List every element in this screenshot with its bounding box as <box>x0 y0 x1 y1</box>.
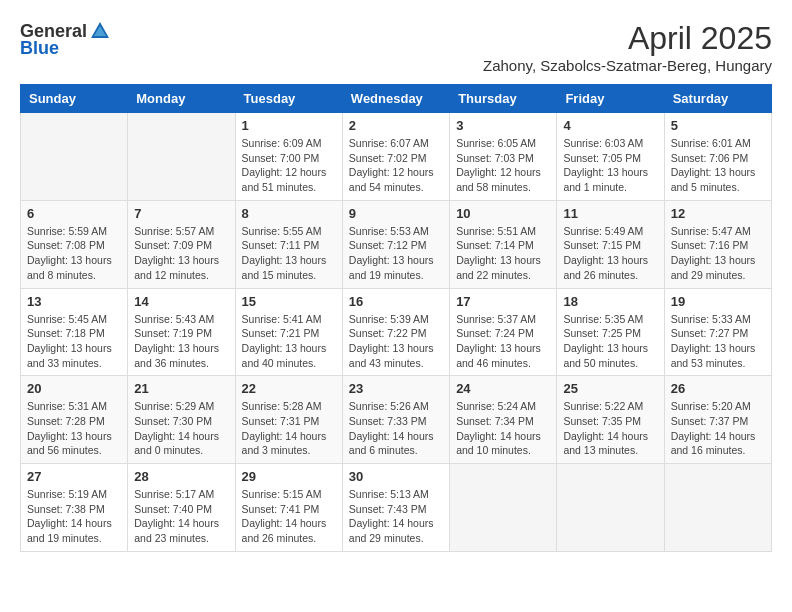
day-info: Sunrise: 6:09 AM Sunset: 7:00 PM Dayligh… <box>242 136 336 195</box>
day-number: 10 <box>456 206 550 221</box>
calendar-day-cell: 8Sunrise: 5:55 AM Sunset: 7:11 PM Daylig… <box>235 200 342 288</box>
day-info: Sunrise: 5:59 AM Sunset: 7:08 PM Dayligh… <box>27 224 121 283</box>
day-info: Sunrise: 5:51 AM Sunset: 7:14 PM Dayligh… <box>456 224 550 283</box>
calendar-day-cell: 27Sunrise: 5:19 AM Sunset: 7:38 PM Dayli… <box>21 464 128 552</box>
calendar-day-cell: 18Sunrise: 5:35 AM Sunset: 7:25 PM Dayli… <box>557 288 664 376</box>
calendar-day-cell: 4Sunrise: 6:03 AM Sunset: 7:05 PM Daylig… <box>557 113 664 201</box>
calendar-day-cell: 24Sunrise: 5:24 AM Sunset: 7:34 PM Dayli… <box>450 376 557 464</box>
day-info: Sunrise: 5:49 AM Sunset: 7:15 PM Dayligh… <box>563 224 657 283</box>
day-number: 4 <box>563 118 657 133</box>
page-subtitle: Zahony, Szabolcs-Szatmar-Bereg, Hungary <box>483 57 772 74</box>
day-number: 29 <box>242 469 336 484</box>
calendar-day-cell: 16Sunrise: 5:39 AM Sunset: 7:22 PM Dayli… <box>342 288 449 376</box>
day-info: Sunrise: 5:53 AM Sunset: 7:12 PM Dayligh… <box>349 224 443 283</box>
day-number: 21 <box>134 381 228 396</box>
calendar-day-cell: 23Sunrise: 5:26 AM Sunset: 7:33 PM Dayli… <box>342 376 449 464</box>
calendar-day-header: Tuesday <box>235 85 342 113</box>
calendar-day-cell: 29Sunrise: 5:15 AM Sunset: 7:41 PM Dayli… <box>235 464 342 552</box>
calendar-table: SundayMondayTuesdayWednesdayThursdayFrid… <box>20 84 772 552</box>
calendar-day-cell: 1Sunrise: 6:09 AM Sunset: 7:00 PM Daylig… <box>235 113 342 201</box>
day-info: Sunrise: 5:39 AM Sunset: 7:22 PM Dayligh… <box>349 312 443 371</box>
calendar-day-cell: 19Sunrise: 5:33 AM Sunset: 7:27 PM Dayli… <box>664 288 771 376</box>
day-number: 30 <box>349 469 443 484</box>
calendar-day-cell: 2Sunrise: 6:07 AM Sunset: 7:02 PM Daylig… <box>342 113 449 201</box>
calendar-day-cell <box>557 464 664 552</box>
calendar-day-cell: 15Sunrise: 5:41 AM Sunset: 7:21 PM Dayli… <box>235 288 342 376</box>
calendar-week-row: 1Sunrise: 6:09 AM Sunset: 7:00 PM Daylig… <box>21 113 772 201</box>
day-info: Sunrise: 5:15 AM Sunset: 7:41 PM Dayligh… <box>242 487 336 546</box>
calendar-day-header: Saturday <box>664 85 771 113</box>
calendar-day-cell: 5Sunrise: 6:01 AM Sunset: 7:06 PM Daylig… <box>664 113 771 201</box>
calendar-day-cell <box>128 113 235 201</box>
day-number: 5 <box>671 118 765 133</box>
day-info: Sunrise: 5:55 AM Sunset: 7:11 PM Dayligh… <box>242 224 336 283</box>
page-header: General Blue April 2025 Zahony, Szabolcs… <box>20 20 772 74</box>
calendar-week-row: 20Sunrise: 5:31 AM Sunset: 7:28 PM Dayli… <box>21 376 772 464</box>
day-number: 24 <box>456 381 550 396</box>
day-number: 11 <box>563 206 657 221</box>
calendar-day-header: Friday <box>557 85 664 113</box>
day-number: 19 <box>671 294 765 309</box>
day-info: Sunrise: 5:20 AM Sunset: 7:37 PM Dayligh… <box>671 399 765 458</box>
day-info: Sunrise: 5:41 AM Sunset: 7:21 PM Dayligh… <box>242 312 336 371</box>
calendar-week-row: 13Sunrise: 5:45 AM Sunset: 7:18 PM Dayli… <box>21 288 772 376</box>
day-info: Sunrise: 5:17 AM Sunset: 7:40 PM Dayligh… <box>134 487 228 546</box>
day-info: Sunrise: 5:47 AM Sunset: 7:16 PM Dayligh… <box>671 224 765 283</box>
page-title: April 2025 <box>483 20 772 57</box>
day-number: 3 <box>456 118 550 133</box>
day-number: 8 <box>242 206 336 221</box>
calendar-day-cell: 21Sunrise: 5:29 AM Sunset: 7:30 PM Dayli… <box>128 376 235 464</box>
day-number: 2 <box>349 118 443 133</box>
calendar-day-cell: 6Sunrise: 5:59 AM Sunset: 7:08 PM Daylig… <box>21 200 128 288</box>
day-number: 6 <box>27 206 121 221</box>
day-number: 9 <box>349 206 443 221</box>
calendar-day-cell: 13Sunrise: 5:45 AM Sunset: 7:18 PM Dayli… <box>21 288 128 376</box>
day-info: Sunrise: 5:31 AM Sunset: 7:28 PM Dayligh… <box>27 399 121 458</box>
calendar-day-header: Wednesday <box>342 85 449 113</box>
day-number: 26 <box>671 381 765 396</box>
day-number: 15 <box>242 294 336 309</box>
logo: General Blue <box>20 20 113 59</box>
day-info: Sunrise: 6:07 AM Sunset: 7:02 PM Dayligh… <box>349 136 443 195</box>
day-number: 18 <box>563 294 657 309</box>
calendar-day-cell: 22Sunrise: 5:28 AM Sunset: 7:31 PM Dayli… <box>235 376 342 464</box>
day-info: Sunrise: 5:35 AM Sunset: 7:25 PM Dayligh… <box>563 312 657 371</box>
day-info: Sunrise: 6:03 AM Sunset: 7:05 PM Dayligh… <box>563 136 657 195</box>
day-number: 17 <box>456 294 550 309</box>
day-info: Sunrise: 5:43 AM Sunset: 7:19 PM Dayligh… <box>134 312 228 371</box>
day-number: 13 <box>27 294 121 309</box>
calendar-day-cell: 17Sunrise: 5:37 AM Sunset: 7:24 PM Dayli… <box>450 288 557 376</box>
calendar-day-cell: 30Sunrise: 5:13 AM Sunset: 7:43 PM Dayli… <box>342 464 449 552</box>
day-number: 27 <box>27 469 121 484</box>
day-number: 22 <box>242 381 336 396</box>
day-info: Sunrise: 5:45 AM Sunset: 7:18 PM Dayligh… <box>27 312 121 371</box>
day-info: Sunrise: 5:26 AM Sunset: 7:33 PM Dayligh… <box>349 399 443 458</box>
calendar-header-row: SundayMondayTuesdayWednesdayThursdayFrid… <box>21 85 772 113</box>
calendar-day-header: Thursday <box>450 85 557 113</box>
calendar-day-cell: 11Sunrise: 5:49 AM Sunset: 7:15 PM Dayli… <box>557 200 664 288</box>
calendar-day-cell: 12Sunrise: 5:47 AM Sunset: 7:16 PM Dayli… <box>664 200 771 288</box>
day-info: Sunrise: 6:05 AM Sunset: 7:03 PM Dayligh… <box>456 136 550 195</box>
calendar-day-cell <box>21 113 128 201</box>
day-info: Sunrise: 5:19 AM Sunset: 7:38 PM Dayligh… <box>27 487 121 546</box>
day-number: 12 <box>671 206 765 221</box>
calendar-day-cell: 3Sunrise: 6:05 AM Sunset: 7:03 PM Daylig… <box>450 113 557 201</box>
day-info: Sunrise: 5:29 AM Sunset: 7:30 PM Dayligh… <box>134 399 228 458</box>
day-info: Sunrise: 6:01 AM Sunset: 7:06 PM Dayligh… <box>671 136 765 195</box>
calendar-week-row: 6Sunrise: 5:59 AM Sunset: 7:08 PM Daylig… <box>21 200 772 288</box>
day-info: Sunrise: 5:57 AM Sunset: 7:09 PM Dayligh… <box>134 224 228 283</box>
day-number: 28 <box>134 469 228 484</box>
calendar-day-cell <box>664 464 771 552</box>
day-info: Sunrise: 5:33 AM Sunset: 7:27 PM Dayligh… <box>671 312 765 371</box>
calendar-day-header: Monday <box>128 85 235 113</box>
day-number: 16 <box>349 294 443 309</box>
calendar-day-cell: 26Sunrise: 5:20 AM Sunset: 7:37 PM Dayli… <box>664 376 771 464</box>
day-info: Sunrise: 5:37 AM Sunset: 7:24 PM Dayligh… <box>456 312 550 371</box>
day-number: 23 <box>349 381 443 396</box>
logo-blue-text: Blue <box>20 38 59 59</box>
calendar-day-cell: 25Sunrise: 5:22 AM Sunset: 7:35 PM Dayli… <box>557 376 664 464</box>
calendar-day-cell: 20Sunrise: 5:31 AM Sunset: 7:28 PM Dayli… <box>21 376 128 464</box>
day-info: Sunrise: 5:13 AM Sunset: 7:43 PM Dayligh… <box>349 487 443 546</box>
calendar-day-cell: 28Sunrise: 5:17 AM Sunset: 7:40 PM Dayli… <box>128 464 235 552</box>
day-info: Sunrise: 5:28 AM Sunset: 7:31 PM Dayligh… <box>242 399 336 458</box>
